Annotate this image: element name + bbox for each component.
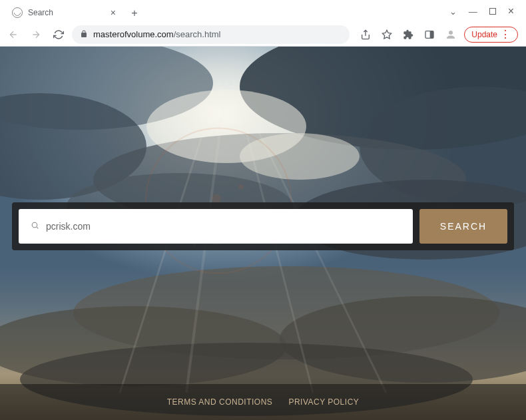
maximize-button[interactable] [489, 8, 496, 15]
url-text: masterofvolume.com/search.html [93, 29, 220, 39]
svg-line-20 [37, 227, 38, 228]
footer-link-terms[interactable]: TERMS AND CONDITIONS [167, 397, 273, 407]
chevron-down-icon[interactable]: ⌄ [449, 7, 457, 17]
browser-tab[interactable]: Search × [5, 3, 125, 23]
back-button[interactable] [4, 25, 23, 44]
profile-icon[interactable] [443, 27, 459, 43]
tab-title: Search [28, 8, 108, 17]
search-button[interactable]: SEARCH [419, 209, 507, 244]
minimize-button[interactable]: — [469, 7, 477, 17]
svg-rect-2 [430, 31, 433, 38]
search-input[interactable] [46, 221, 401, 232]
page-footer: TERMS AND CONDITIONS PRIVACY POLICY [0, 384, 526, 420]
lock-icon [80, 29, 88, 41]
reload-button[interactable] [49, 25, 68, 44]
address-bar[interactable]: masterofvolume.com/search.html [72, 25, 350, 44]
close-window-button[interactable]: × [508, 5, 514, 17]
svg-marker-0 [383, 30, 392, 39]
extensions-icon[interactable] [400, 27, 416, 43]
bookmark-star-icon[interactable] [379, 27, 395, 43]
side-panel-icon[interactable] [421, 27, 437, 43]
page-content: PCrisk.com SEARCH TERMS AND CONDITIONS P… [0, 47, 526, 420]
globe-icon [12, 7, 23, 18]
svg-point-3 [449, 31, 453, 35]
svg-point-19 [32, 222, 37, 228]
search-icon [31, 221, 39, 232]
new-tab-button[interactable]: + [125, 4, 144, 23]
forward-button[interactable] [27, 25, 45, 44]
update-button[interactable]: Update ⋮ [464, 27, 518, 43]
browser-title-bar: Search × + ⌄ — × [0, 0, 526, 23]
search-box [19, 209, 413, 244]
share-icon[interactable] [358, 27, 374, 43]
search-container: SEARCH [12, 202, 514, 250]
window-controls: ⌄ — × [449, 0, 526, 23]
footer-link-privacy[interactable]: PRIVACY POLICY [288, 397, 359, 407]
browser-toolbar: masterofvolume.com/search.html Update ⋮ [0, 23, 526, 47]
close-tab-icon[interactable]: × [108, 7, 119, 18]
